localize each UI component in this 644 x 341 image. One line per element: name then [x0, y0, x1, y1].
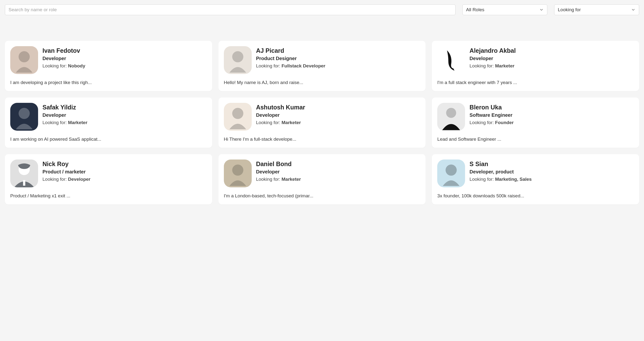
svg-point-8	[446, 165, 457, 176]
profile-card[interactable]: Ivan Fedotov Developer Looking for: Nobo…	[5, 41, 212, 91]
profile-card[interactable]: S Sian Developer, product Looking for: M…	[432, 154, 639, 204]
profile-name: AJ Picard	[256, 47, 326, 54]
profile-looking-for: Looking for: Founder	[470, 120, 514, 125]
avatar	[224, 46, 252, 74]
profile-role: Developer	[42, 56, 85, 61]
role-dropdown-label: All Roles	[466, 7, 484, 13]
profile-name: Daniel Bond	[256, 160, 301, 168]
profile-looking-for: Looking for: Marketer	[470, 63, 516, 69]
svg-point-0	[18, 51, 30, 63]
profile-role: Developer	[42, 112, 88, 118]
chevron-down-icon	[631, 8, 636, 12]
avatar	[10, 46, 38, 74]
profile-bio: I'm a full stack engineer with 7 years .…	[437, 80, 634, 85]
avatar	[10, 160, 38, 187]
profile-bio: Hi There I'm a full-stack develope...	[224, 137, 420, 142]
profile-card[interactable]: Ashutosh Kumar Developer Looking for: Ma…	[218, 98, 426, 148]
profile-role: Developer	[256, 169, 301, 175]
profile-card[interactable]: Nick Roy Product / marketer Looking for:…	[5, 154, 212, 204]
profile-looking-for: Looking for: Marketer	[42, 120, 88, 125]
filters-bar: All Roles Looking for	[5, 5, 639, 15]
profile-role: Product / marketer	[42, 169, 90, 175]
looking-for-dropdown[interactable]: Looking for	[554, 5, 639, 15]
profile-looking-for: Looking for: Marketing, Sales	[470, 177, 532, 182]
profile-bio: 3x founder, 100k downloads 500k raised..…	[437, 193, 634, 199]
avatar	[437, 103, 465, 131]
avatar	[224, 103, 252, 131]
profile-name: S Sian	[470, 160, 532, 168]
profile-role: Developer	[470, 56, 516, 61]
svg-rect-6	[23, 180, 25, 186]
profile-bio: I am developing a project like this righ…	[10, 80, 207, 85]
profile-name: Ashutosh Kumar	[256, 104, 305, 111]
profile-card[interactable]: AJ Picard Product Designer Looking for: …	[218, 41, 426, 91]
profile-name: Ivan Fedotov	[42, 47, 85, 54]
profile-looking-for: Looking for: Marketer	[256, 177, 301, 182]
profile-card[interactable]: Safak Yildiz Developer Looking for: Mark…	[5, 98, 212, 148]
profile-role: Developer	[256, 112, 305, 118]
profile-card[interactable]: Alejandro Akbal Developer Looking for: M…	[432, 41, 639, 91]
chevron-down-icon	[539, 8, 544, 12]
profile-name: Alejandro Akbal	[470, 47, 516, 54]
profile-name: Bleron Uka	[470, 104, 514, 111]
role-dropdown[interactable]: All Roles	[462, 5, 547, 15]
looking-for-dropdown-label: Looking for	[558, 7, 581, 13]
avatar	[437, 46, 465, 74]
profile-name: Nick Roy	[42, 160, 90, 168]
profile-role: Developer, product	[470, 169, 532, 175]
profile-bio: Hello! My name is AJ, born and raise...	[224, 80, 420, 85]
profile-bio: I am working on AI powered SaaS applicat…	[10, 137, 207, 142]
avatar	[437, 160, 465, 187]
profile-looking-for: Looking for: Nobody	[42, 63, 85, 69]
profile-looking-for: Looking for: Marketer	[256, 120, 305, 125]
profile-card[interactable]: Bleron Uka Software Engineer Looking for…	[432, 98, 639, 148]
profile-bio: Product / Marketing x1 exit ...	[10, 193, 207, 199]
profile-looking-for: Looking for: Fullstack Developer	[256, 63, 326, 69]
avatar	[10, 103, 38, 131]
profile-bio: I'm a London-based, tech-focused (primar…	[224, 193, 420, 199]
search-input[interactable]	[5, 5, 456, 15]
profile-bio: Lead and Software Engineer ...	[437, 137, 634, 142]
profile-role: Product Designer	[256, 56, 326, 61]
profile-role: Software Engineer	[470, 112, 514, 118]
svg-point-7	[232, 165, 244, 176]
avatar	[224, 160, 252, 187]
svg-point-3	[232, 108, 244, 119]
profile-name: Safak Yildiz	[42, 104, 88, 111]
profile-looking-for: Looking for: Developer	[42, 177, 90, 182]
svg-point-1	[232, 51, 244, 63]
profiles-grid: Ivan Fedotov Developer Looking for: Nobo…	[5, 41, 639, 204]
svg-point-2	[18, 108, 30, 119]
profile-card[interactable]: Daniel Bond Developer Looking for: Marke…	[218, 154, 426, 204]
svg-point-4	[446, 108, 456, 118]
